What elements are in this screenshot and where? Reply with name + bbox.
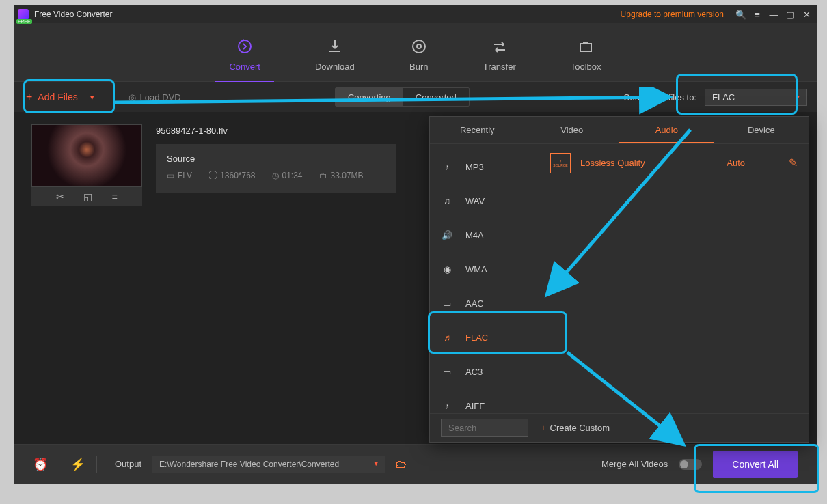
tab-recently[interactable]: Recently <box>430 117 525 143</box>
create-custom-label: Create Custom <box>550 423 610 433</box>
resolution-badge: ⛶ 1360*768 <box>208 171 255 180</box>
ac3-icon: ▭ <box>439 364 455 379</box>
quality-option-lossless[interactable]: ♪SOURCE Lossless Quality Auto ✎ <box>539 144 809 182</box>
seg-converting[interactable]: Converting <box>336 88 403 106</box>
open-folder-icon[interactable]: 🗁 <box>396 458 407 471</box>
output-label: Output <box>115 459 141 469</box>
format-flac[interactable]: ♬FLAC <box>430 320 539 354</box>
load-dvd-button[interactable]: ◎ Load DVD <box>128 92 181 102</box>
add-files-button[interactable]: + Add Files ▼ <box>14 85 108 109</box>
nav-transfer-label: Transfer <box>483 61 516 72</box>
nav-burn[interactable]: Burn <box>409 37 429 81</box>
separator <box>59 456 59 473</box>
seg-converted[interactable]: Converted <box>403 88 469 106</box>
schedule-icon[interactable]: ⏰ <box>33 457 48 472</box>
file-thumbnail[interactable] <box>31 124 142 187</box>
menu-icon[interactable]: ≡ <box>751 8 763 20</box>
tab-audio[interactable]: Audio <box>619 117 714 143</box>
size-badge: 🗀 33.07MB <box>319 171 364 180</box>
format-m4a[interactable]: 🔊M4A <box>430 218 539 252</box>
effects-icon[interactable]: ≡ <box>111 191 117 202</box>
convert-to-label: Convert all files to: <box>623 92 696 102</box>
format-select[interactable]: FLAC ▼ <box>705 89 807 106</box>
minimize-icon[interactable]: — <box>768 8 780 20</box>
format-mp3[interactable]: ♪MP3 <box>430 150 539 184</box>
flac-icon: ♬ <box>439 330 455 345</box>
format-search-input[interactable] <box>441 419 528 437</box>
audio-icon: ◉ <box>439 262 455 277</box>
status-segment: Converting Converted <box>335 87 470 107</box>
popup-footer: + Create Custom <box>430 413 809 442</box>
dvd-icon: ◎ <box>128 92 136 102</box>
quality-label: Lossless Quality <box>580 158 717 168</box>
maximize-icon[interactable]: ▢ <box>784 8 796 20</box>
svg-point-2 <box>417 44 421 48</box>
download-icon <box>325 37 344 56</box>
convert-icon <box>235 37 254 56</box>
convert-all-button[interactable]: Convert All <box>713 451 798 478</box>
popup-body: ♪MP3 ♫WAV 🔊M4A ◉WMA ▭AAC ♬FLAC ▭AC3 ♪AIF… <box>430 144 809 413</box>
nav-toolbox-label: Toolbox <box>571 61 601 72</box>
trim-icon[interactable]: ✂ <box>56 191 64 202</box>
format-wma[interactable]: ◉WMA <box>430 252 539 286</box>
nav-download-label: Download <box>315 61 355 72</box>
output-path-value: E:\Wondershare Free Video Converter\Conv… <box>159 460 339 469</box>
music-note-icon: ♪ <box>439 398 455 413</box>
app-title: Free Video Converter <box>34 10 113 19</box>
nav-toolbox[interactable]: Toolbox <box>571 37 601 81</box>
format-wav[interactable]: ♫WAV <box>430 184 539 218</box>
chevron-down-icon: ▼ <box>372 460 379 467</box>
merge-toggle[interactable] <box>679 459 702 470</box>
crop-icon[interactable]: ◱ <box>83 191 92 202</box>
merge-label: Merge All Videos <box>601 459 668 469</box>
transfer-icon <box>490 37 509 56</box>
burn-icon <box>409 37 429 56</box>
gpu-icon[interactable]: ⚡ <box>70 457 85 472</box>
format-aac[interactable]: ▭AAC <box>430 286 539 320</box>
chevron-down-icon: ▼ <box>794 94 801 101</box>
music-note-icon: ♪ <box>439 159 455 174</box>
source-stats: ▭ FLV ⛶ 1360*768 ◷ 01:34 🗀 33.07MB <box>167 171 385 180</box>
nav-convert-label: Convert <box>229 61 260 72</box>
thumb-toolbar: ✂ ◱ ≡ <box>31 187 142 206</box>
file-thumbnail-block: ✂ ◱ ≡ <box>31 124 142 206</box>
aac-icon: ▭ <box>439 296 455 311</box>
format-ac3[interactable]: ▭AC3 <box>430 354 539 389</box>
popup-tabs: Recently Video Audio Device <box>430 117 809 144</box>
source-box: Source ▭ FLV ⛶ 1360*768 ◷ 01:34 🗀 33.07M… <box>156 144 396 193</box>
tab-video[interactable]: Video <box>525 117 620 143</box>
load-dvd-label: Load DVD <box>140 92 181 102</box>
svg-point-0 <box>239 40 251 53</box>
format-list[interactable]: ♪MP3 ♫WAV 🔊M4A ◉WMA ▭AAC ♬FLAC ▭AC3 ♪AIF… <box>430 144 539 413</box>
add-files-label: Add Files <box>38 92 77 102</box>
search-icon[interactable]: 🔍 <box>735 8 747 20</box>
close-icon[interactable]: ✕ <box>800 8 813 20</box>
chevron-down-icon: ▼ <box>89 94 96 101</box>
svg-point-1 <box>413 40 425 53</box>
create-custom-button[interactable]: + Create Custom <box>541 423 610 433</box>
quality-pane: ♪SOURCE Lossless Quality Auto ✎ <box>539 144 809 413</box>
source-label: Source <box>167 154 385 164</box>
main-nav: Convert Download Burn Transfer Toolbox <box>14 23 817 82</box>
tab-device[interactable]: Device <box>714 117 809 143</box>
nav-burn-label: Burn <box>409 61 428 72</box>
toolbox-icon <box>576 37 595 56</box>
duration-badge: ◷ 01:34 <box>272 171 303 180</box>
plus-icon: + <box>26 91 32 103</box>
output-path-select[interactable]: E:\Wondershare Free Video Converter\Conv… <box>152 456 385 473</box>
toolbar: + Add Files ▼ ◎ Load DVD Converting Conv… <box>14 82 817 112</box>
bottom-bar: ⏰ ⚡ Output E:\Wondershare Free Video Con… <box>14 444 817 484</box>
nav-convert[interactable]: Convert <box>229 37 260 81</box>
format-popup: Recently Video Audio Device ♪MP3 ♫WAV 🔊M… <box>429 116 809 443</box>
nav-transfer[interactable]: Transfer <box>483 37 516 81</box>
source-badge-icon: ♪SOURCE <box>550 153 571 173</box>
separator <box>96 456 97 473</box>
title-bar: FREE Free Video Converter Upgrade to pre… <box>14 5 817 23</box>
nav-download[interactable]: Download <box>315 37 355 81</box>
svg-rect-3 <box>580 44 591 51</box>
quality-auto-label: Auto <box>727 158 745 168</box>
format-aiff[interactable]: ♪AIFF <box>430 389 539 413</box>
music-note-icon: ♫ <box>439 193 455 208</box>
upgrade-link[interactable]: Upgrade to premium version <box>621 10 724 19</box>
edit-icon[interactable]: ✎ <box>789 156 798 169</box>
